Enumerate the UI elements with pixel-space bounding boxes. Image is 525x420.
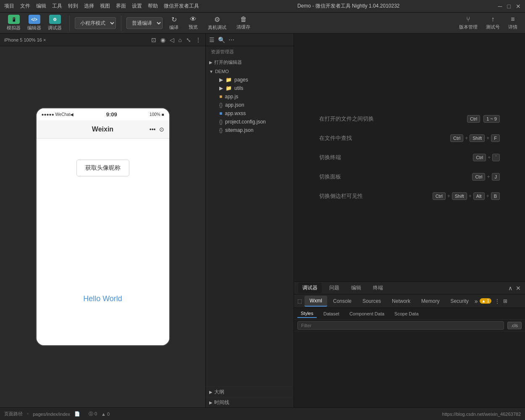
shortcut-desc-1: 在文件中查找 [319,134,352,142]
menu-wechat-devtools[interactable]: 微信开发者工具 [164,3,199,10]
mode-select[interactable]: 小程序模式 [75,17,116,29]
menu-goto[interactable]: 转到 [68,3,78,10]
minimize-button[interactable]: ─ [498,3,502,10]
file-item-appwxss[interactable]: ■ app.wxss [206,109,294,118]
appwxss-label: app.wxss [225,110,246,116]
file-item-appjs[interactable]: ■ app.js [206,92,294,101]
devtools-collapse-icon[interactable]: ∧ [508,285,512,291]
battery-indicator: 100% ■ [150,112,164,117]
error-count: ⓪ 0 [89,411,97,417]
menu-settings[interactable]: 设置 [132,3,142,10]
preview-label: 预览 [189,24,198,30]
editor-button[interactable]: </> 编辑器 [25,13,44,33]
back-icon[interactable]: ◁ [170,37,174,43]
compile-label: 编译 [169,24,178,31]
screenshot-icon[interactable]: ◉ [160,37,165,43]
real-device-label: 真机调试 [208,24,226,31]
filter-input[interactable] [297,321,504,330]
menu-bar[interactable]: 项目 文件 编辑 工具 转到 选择 视图 界面 设置 帮助 微信开发者工具 [4,3,199,10]
devtools-element-selector-icon[interactable]: ⬚ [297,298,302,304]
preview-button[interactable]: 👁 预览 [185,14,201,32]
arrow-utils-icon: ▶ [219,85,223,91]
file-item-sitemap[interactable]: {} sitemap.json [206,126,294,134]
simulator-button[interactable]: 📱 模拟器 [4,13,23,33]
nav-title: Weixin [92,126,113,133]
menu-view[interactable]: 视图 [100,3,110,10]
close-button[interactable]: ✕ [516,3,521,10]
demo-section[interactable]: ▼ DEMO [206,67,294,76]
file-search-icon[interactable]: 🔍 [218,37,225,43]
file-item-pages[interactable]: ▶ 📁 pages [206,76,294,84]
details-button[interactable]: ≡ 详情 [505,14,521,32]
breadcrumb-label: 页面路径 [4,411,23,417]
subtab-styles[interactable]: Styles [297,310,317,318]
devtools-tab-memory[interactable]: Memory [416,296,444,306]
nav-record-icon[interactable]: ⊙ [159,126,164,133]
more-tabs-icon[interactable]: » [475,298,478,304]
subtab-scope-data[interactable]: Scope Data [391,310,422,318]
home-icon[interactable]: ⌂ [178,37,182,43]
file-item-appjson[interactable]: {} app.json [206,101,294,109]
cls-button[interactable]: .cls [507,322,522,329]
test-num-button[interactable]: ↑ 测试号 [483,14,503,32]
open-editors-arrow: ▶ [209,60,213,65]
subtab-component-data[interactable]: Component Data [346,310,388,318]
clear-cache-button[interactable]: 🗑 清缓存 [233,14,254,32]
csdn-url: https://blog.csdn.net/weixin_46263782 [442,412,521,417]
more-sim-icon[interactable]: ⋮ [195,37,201,43]
file-item-projectconfig[interactable]: {} project.config.json [206,118,294,126]
key-backtick-2: ` [492,154,500,161]
devtools-more-icon[interactable]: ⋮ [495,298,500,304]
nav-dots-icon[interactable]: ••• [150,126,156,133]
devtools-header-tab-terminal[interactable]: 终端 [369,283,387,293]
window-controls[interactable]: ─ □ ✕ [498,3,521,10]
appjson-icon: {} [219,102,223,108]
devtools-header-tab-edit[interactable]: 编辑 [347,283,365,293]
debugger-button[interactable]: ⚙ 调试器 [45,13,64,33]
menu-file[interactable]: 文件 [20,3,30,10]
devtools-tab-sources[interactable]: Sources [357,296,386,306]
test-num-label: 测试号 [486,24,500,30]
file-item-utils[interactable]: ▶ 📁 utils [206,84,294,92]
devtools-header-tab-issues[interactable]: 问题 [325,283,344,293]
maximize-button[interactable]: □ [507,3,511,10]
menu-project[interactable]: 项目 [4,3,14,10]
file-more-icon[interactable]: ⋯ [228,37,234,43]
menu-select[interactable]: 选择 [84,3,94,10]
devtools-tab-security[interactable]: Security [445,296,473,306]
main-content: iPhone 5 100% 16 × ⊡ ◉ ◁ ⌂ ⤡ ⋮ ●●●●● WeC… [0,34,525,407]
devtools-tab-network[interactable]: Network [387,296,415,306]
shortcut-desc-4: 切换侧边栏可见性 [319,192,363,200]
outline-section[interactable]: ▶ 大纲 [206,386,294,397]
real-device-icon: ⚙ [214,16,220,24]
menu-interface[interactable]: 界面 [116,3,126,10]
expand-icon[interactable]: ⤡ [186,37,191,43]
devtools-tab-console[interactable]: Console [328,296,357,306]
menu-tool[interactable]: 工具 [52,3,62,10]
get-avatar-button[interactable]: 获取头像昵称 [76,160,129,176]
appwxss-icon: ■ [219,110,222,116]
menu-help[interactable]: 帮助 [148,3,158,10]
subtab-dataset[interactable]: Dataset [320,310,343,318]
devtools-header-tab-debugger[interactable]: 调试器 [298,283,322,293]
compile-select[interactable]: 普通编译 [126,17,163,29]
toolbar: 📱 模拟器 </> 编辑器 ⚙ 调试器 小程序模式 普通编译 ↻ 编译 👁 预览… [0,13,525,34]
shortcut-keys-0: Ctrl 1 ~ 9 [467,115,500,123]
devtools-close-icon[interactable]: ✕ [516,285,521,291]
file-panel: ☰ 🔍 ⋯ 资源管理器 ▶ 打开的编辑器 ▼ DEMO ▶ 📁 pages ▶ … [206,34,294,407]
shortcut-row-0: 在打开的文件之间切换 Ctrl 1 ~ 9 [319,113,500,124]
compile-button[interactable]: ↻ 编译 [166,14,182,32]
editor-label: 编辑器 [27,25,41,31]
devtools-tab-wxml[interactable]: Wxml [304,296,327,307]
file-list-icon[interactable]: ☰ [209,37,215,43]
timeline-section[interactable]: ▶ 时间线 [206,397,294,407]
phone-nav-bar: Weixin ••• ⊙ [37,120,169,139]
appjs-icon: ■ [219,94,222,100]
menu-edit[interactable]: 编辑 [36,3,46,10]
version-mgmt-button[interactable]: ⑂ 版本管理 [456,14,481,32]
real-device-button[interactable]: ⚙ 真机调试 [205,14,230,32]
toolbar-sep-1 [69,16,70,31]
rotate-icon[interactable]: ⊡ [151,37,156,43]
devtools-grid-icon[interactable]: ⊞ [503,298,507,304]
open-editors-section[interactable]: ▶ 打开的编辑器 [206,58,294,67]
